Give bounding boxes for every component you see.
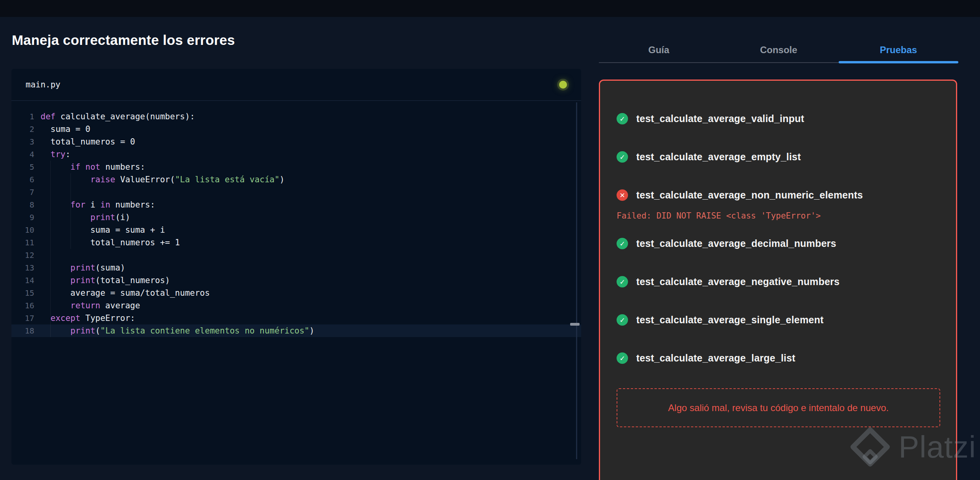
platzi-watermark: Platzi (850, 426, 976, 467)
line-number: 16 (11, 299, 34, 312)
code-line-7[interactable]: 7 (11, 186, 581, 198)
test-name: test_calculate_average_empty_list (636, 151, 801, 163)
test-pass-icon: ✓ (617, 238, 628, 249)
indent-guide (70, 173, 71, 249)
platzi-logo-icon (850, 426, 891, 467)
saved-status-dot (559, 81, 567, 89)
code-line-text: for i in numbers: (41, 198, 155, 211)
test-pass-icon: ✓ (617, 276, 628, 287)
test-result-row: ✓test_calculate_average_decimal_numbers (617, 235, 940, 251)
line-number: 1 (11, 110, 34, 123)
test-pass-icon: ✓ (617, 113, 628, 124)
code-line-text: return average (41, 299, 140, 312)
test-name: test_calculate_average_single_element (636, 314, 824, 326)
test-result-row: ✓test_calculate_average_negative_numbers (617, 274, 940, 289)
line-number: 5 (11, 161, 34, 173)
code-area[interactable]: 1def calculate_average(numbers):2 suma =… (11, 101, 581, 337)
tab-guia[interactable]: Guía (599, 37, 719, 63)
editor-filename: main.py (26, 80, 61, 89)
line-number: 9 (11, 211, 34, 224)
code-line-text: try: (41, 148, 70, 161)
test-result-row: ✕test_calculate_average_non_numeric_elem… (617, 187, 940, 203)
line-number: 10 (11, 224, 34, 236)
code-line-text: suma = suma + i (41, 224, 165, 236)
line-number: 12 (11, 249, 34, 261)
line-number: 8 (11, 198, 34, 211)
code-line-14[interactable]: 14 print(total_numeros) (11, 274, 581, 287)
code-line-17[interactable]: 17 except TypeError: (11, 312, 581, 324)
line-number: 6 (11, 173, 34, 186)
editor-scrollbar-track[interactable] (576, 102, 577, 459)
code-line-13[interactable]: 13 print(suma) (11, 261, 581, 274)
top-bar (0, 0, 980, 17)
indent-guide (50, 161, 51, 337)
test-name: test_calculate_average_large_list (636, 352, 795, 364)
code-line-text: print(i) (41, 211, 130, 224)
platzi-watermark-label: Platzi (898, 429, 976, 465)
code-line-6[interactable]: 6 raise ValueError("La lista está vacía"… (11, 173, 581, 186)
test-pass-icon: ✓ (617, 314, 628, 326)
code-line-10[interactable]: 10 suma = suma + i (11, 224, 581, 236)
test-result-row: ✓test_calculate_average_valid_input (617, 111, 940, 126)
line-number: 17 (11, 312, 34, 324)
code-line-11[interactable]: 11 total_numeros += 1 (11, 236, 581, 249)
tests-panel: ✓test_calculate_average_valid_input✓test… (599, 80, 957, 480)
test-fail-icon: ✕ (617, 189, 628, 201)
line-number: 18 (11, 324, 34, 337)
test-name: test_calculate_average_negative_numbers (636, 276, 839, 287)
code-line-18[interactable]: 18 print("La lista contiene elementos no… (11, 324, 581, 337)
line-number: 14 (11, 274, 34, 287)
code-line-text: print(total_numeros) (41, 274, 170, 287)
code-editor: main.py 1def calculate_average(numbers):… (11, 69, 581, 465)
code-line-16[interactable]: 16 return average (11, 299, 581, 312)
line-number: 7 (11, 186, 34, 198)
code-line-5[interactable]: 5 if not numbers: (11, 161, 581, 173)
code-line-9[interactable]: 9 print(i) (11, 211, 581, 224)
code-line-text: print(suma) (41, 261, 125, 274)
code-line-3[interactable]: 3 total_numeros = 0 (11, 135, 581, 148)
error-message-box: Algo salió mal, revisa tu código e inten… (617, 388, 940, 427)
test-result-row: ✓test_calculate_average_empty_list (617, 149, 940, 165)
page-title: Maneja correctamente los errores (12, 32, 235, 48)
code-line-text: def calculate_average(numbers): (41, 110, 195, 123)
code-line-text: average = suma/total_numeros (41, 287, 210, 299)
code-line-text: except TypeError: (41, 312, 135, 324)
test-results-list: ✓test_calculate_average_valid_input✓test… (617, 111, 940, 366)
test-name: test_calculate_average_decimal_numbers (636, 238, 836, 249)
code-line-text: suma = 0 (41, 123, 90, 135)
code-line-text: total_numeros += 1 (41, 236, 180, 249)
test-pass-icon: ✓ (617, 352, 628, 364)
code-line-4[interactable]: 4 try: (11, 148, 581, 161)
active-tab-indicator (839, 61, 958, 63)
test-failure-detail: Failed: DID NOT RAISE <class 'TypeError'… (617, 211, 940, 221)
editor-header: main.py (11, 69, 581, 101)
test-name: test_calculate_average_valid_input (636, 113, 804, 124)
line-number: 3 (11, 135, 34, 148)
code-line-text: raise ValueError("La lista está vacía") (41, 173, 285, 186)
code-line-2[interactable]: 2 suma = 0 (11, 123, 581, 135)
line-number: 2 (11, 123, 34, 135)
code-line-text: total_numeros = 0 (41, 135, 135, 148)
code-line-text: if not numbers: (41, 161, 145, 173)
code-line-1[interactable]: 1def calculate_average(numbers): (11, 110, 581, 123)
line-number: 4 (11, 148, 34, 161)
test-pass-icon: ✓ (617, 151, 628, 163)
tab-console[interactable]: Console (719, 37, 838, 63)
test-result-row: ✓test_calculate_average_large_list (617, 350, 940, 366)
editor-scrollbar-thumb[interactable] (570, 323, 580, 326)
code-line-12[interactable]: 12 (11, 249, 581, 261)
code-line-15[interactable]: 15 average = suma/total_numeros (11, 287, 581, 299)
code-line-8[interactable]: 8 for i in numbers: (11, 198, 581, 211)
panel-tabs: GuíaConsolePruebas (599, 37, 958, 63)
tab-pruebas[interactable]: Pruebas (839, 37, 958, 63)
test-result-row: ✓test_calculate_average_single_element (617, 312, 940, 328)
line-number: 11 (11, 236, 34, 249)
line-number: 15 (11, 287, 34, 299)
code-line-text: print("La lista contiene elementos no nu… (41, 324, 314, 337)
error-message-text: Algo salió mal, revisa tu código e inten… (668, 402, 889, 413)
line-number: 13 (11, 261, 34, 274)
test-name: test_calculate_average_non_numeric_eleme… (636, 189, 863, 201)
